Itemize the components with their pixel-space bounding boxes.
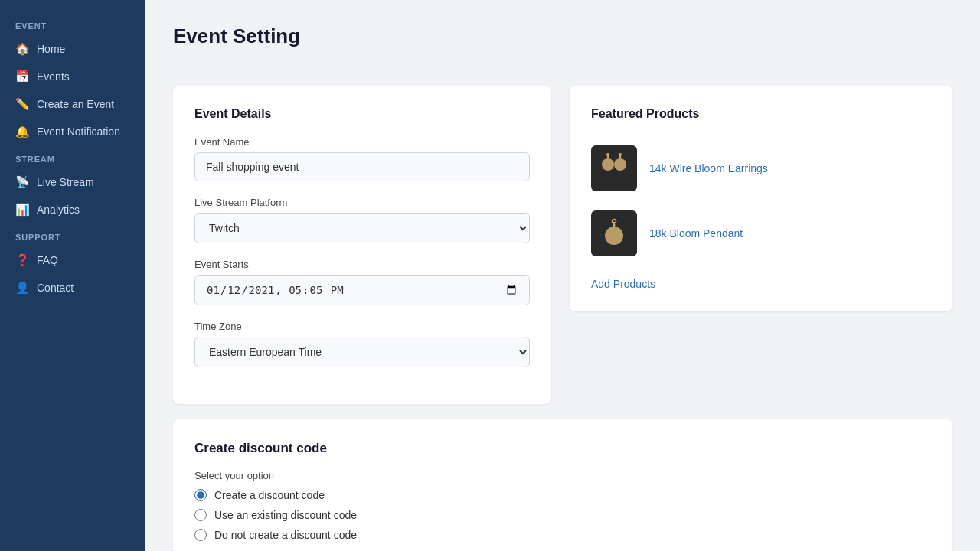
- discount-option-none[interactable]: Do not create a discount code: [194, 529, 931, 541]
- event-starts-label: Event Starts: [194, 259, 530, 270]
- add-products-link[interactable]: Add Products: [591, 278, 931, 290]
- sidebar-item-event-notification-label: Event Notification: [37, 126, 120, 138]
- analytics-icon: 📊: [15, 203, 29, 217]
- discount-option-create[interactable]: Create a discount code: [194, 489, 931, 501]
- svg-point-8: [612, 220, 616, 223]
- discount-option-label-create: Create a discount code: [214, 489, 325, 501]
- sidebar-item-faq[interactable]: ❓FAQ: [0, 246, 145, 274]
- sidebar-item-events[interactable]: 📅Events: [0, 63, 145, 90]
- product-item-p2: 18k Bloom Pendant: [591, 201, 931, 266]
- discount-options: Create a discount codeUse an existing di…: [194, 489, 931, 541]
- sidebar-item-event-notification[interactable]: 🔔Event Notification: [0, 118, 145, 145]
- sidebar-item-analytics[interactable]: 📊Analytics: [0, 196, 145, 223]
- home-icon: 🏠: [15, 42, 29, 56]
- discount-radio-none[interactable]: [194, 529, 207, 541]
- sidebar-section-stream: STREAM: [0, 145, 145, 168]
- sidebar-item-create-event[interactable]: ✏️Create an Event: [0, 90, 145, 118]
- product-name-p1[interactable]: 14k Wire Bloom Earrings: [649, 162, 768, 174]
- sidebar-item-events-label: Events: [37, 70, 70, 83]
- right-column: Featured Products 14k Wire Bloom Earring…: [570, 86, 952, 419]
- sidebar-item-home-label: Home: [37, 43, 65, 55]
- sidebar-item-contact[interactable]: 👤Contact: [0, 274, 145, 302]
- sidebar-item-live-stream-label: Live Stream: [37, 176, 94, 188]
- sidebar-item-faq-label: FAQ: [37, 254, 58, 266]
- discount-radio-create[interactable]: [194, 489, 207, 501]
- select-option-label: Select your option: [194, 470, 931, 481]
- discount-title: Create discount code: [194, 441, 931, 456]
- discount-option-label-existing: Use an existing discount code: [214, 509, 357, 521]
- event-details-card: Event Details Event Name Live Stream Pla…: [173, 86, 551, 404]
- featured-products-card: Featured Products 14k Wire Bloom Earring…: [570, 86, 952, 311]
- svg-point-0: [602, 158, 614, 171]
- event-name-group: Event Name: [194, 136, 530, 181]
- event-starts-input[interactable]: [194, 275, 530, 305]
- sidebar: EVENT🏠Home📅Events✏️Create an Event🔔Event…: [0, 0, 145, 551]
- product-name-p2[interactable]: 18k Bloom Pendant: [649, 227, 743, 240]
- product-item-p1: 14k Wire Bloom Earrings: [591, 136, 931, 201]
- discount-option-label-none: Do not create a discount code: [214, 529, 357, 541]
- svg-point-1: [614, 158, 626, 171]
- sidebar-item-analytics-label: Analytics: [37, 204, 80, 216]
- sidebar-item-contact-label: Contact: [37, 282, 74, 294]
- divider: [173, 67, 952, 67]
- event-name-label: Event Name: [194, 136, 530, 148]
- time-zone-label: Time Zone: [194, 321, 530, 332]
- contact-icon: 👤: [15, 281, 29, 295]
- sidebar-section-support: SUPPORT: [0, 223, 145, 246]
- create-event-icon: ✏️: [15, 97, 29, 111]
- events-icon: 📅: [15, 70, 29, 83]
- event-notification-icon: 🔔: [15, 125, 29, 139]
- featured-products-title: Featured Products: [591, 107, 931, 121]
- svg-point-5: [619, 153, 622, 156]
- time-zone-group: Time Zone Eastern European TimeUTCEaster…: [194, 321, 530, 367]
- main-content: Event Setting Event Details Event Name L…: [145, 0, 980, 551]
- sidebar-item-live-stream[interactable]: 📡Live Stream: [0, 168, 145, 196]
- faq-icon: ❓: [15, 253, 29, 267]
- svg-point-4: [606, 153, 609, 156]
- live-stream-platform-group: Live Stream Platform TwitchYouTubeFacebo…: [194, 197, 530, 243]
- left-column: Event Details Event Name Live Stream Pla…: [173, 86, 551, 419]
- event-name-input[interactable]: [194, 152, 530, 181]
- live-stream-platform-label: Live Stream Platform: [194, 197, 530, 208]
- product-thumb-p1: [591, 145, 637, 191]
- discount-option-existing[interactable]: Use an existing discount code: [194, 509, 931, 521]
- page-title: Event Setting: [173, 24, 952, 48]
- discount-section: Create discount code Select your option …: [173, 419, 952, 551]
- content-row: Event Details Event Name Live Stream Pla…: [173, 86, 952, 419]
- live-stream-platform-select[interactable]: TwitchYouTubeFacebook LiveInstagram: [194, 213, 530, 243]
- time-zone-select[interactable]: Eastern European TimeUTCEastern Standard…: [194, 337, 530, 367]
- event-starts-group: Event Starts: [194, 259, 530, 305]
- svg-point-6: [605, 227, 623, 245]
- sidebar-item-create-event-label: Create an Event: [37, 98, 114, 110]
- products-list: 14k Wire Bloom Earrings 18k Bloom Pendan…: [591, 136, 931, 266]
- sidebar-section-event: EVENT: [0, 12, 145, 35]
- event-details-title: Event Details: [194, 107, 530, 121]
- live-stream-icon: 📡: [15, 175, 29, 189]
- discount-radio-existing[interactable]: [194, 509, 207, 521]
- product-thumb-p2: [591, 210, 637, 256]
- sidebar-item-home[interactable]: 🏠Home: [0, 35, 145, 63]
